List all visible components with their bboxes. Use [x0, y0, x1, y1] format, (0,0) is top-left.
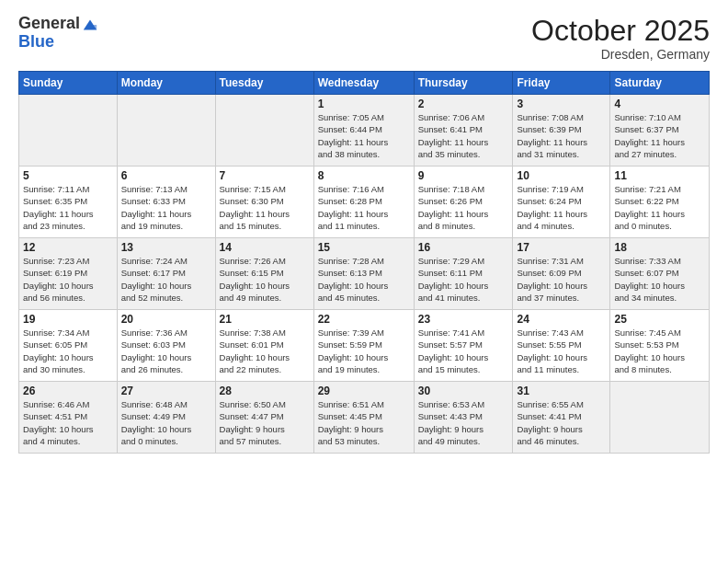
calendar-table: Sunday Monday Tuesday Wednesday Thursday… — [18, 71, 710, 454]
table-row: 19Sunrise: 7:34 AM Sunset: 6:05 PM Dayli… — [19, 310, 118, 382]
day-info: Sunrise: 7:10 AM Sunset: 6:37 PM Dayligh… — [614, 111, 705, 160]
day-info: Sunrise: 7:11 AM Sunset: 6:35 PM Dayligh… — [23, 183, 113, 232]
day-info: Sunrise: 7:29 AM Sunset: 6:11 PM Dayligh… — [418, 255, 509, 304]
day-info: Sunrise: 7:41 AM Sunset: 5:57 PM Dayligh… — [418, 327, 509, 375]
day-number: 31 — [517, 385, 606, 397]
day-number: 26 — [23, 385, 113, 397]
day-number: 12 — [23, 241, 113, 254]
day-info: Sunrise: 7:31 AM Sunset: 6:09 PM Dayligh… — [517, 255, 606, 304]
title-area: October 2025 Dresden, Germany — [531, 15, 710, 62]
logo-text: General Blue — [18, 15, 98, 52]
col-wednesday: Wednesday — [313, 72, 414, 95]
day-number: 13 — [121, 241, 211, 254]
table-row — [19, 95, 118, 167]
day-info: Sunrise: 7:39 AM Sunset: 5:59 PM Dayligh… — [318, 327, 410, 375]
day-number: 18 — [614, 241, 705, 254]
day-info: Sunrise: 7:15 AM Sunset: 6:30 PM Dayligh… — [220, 183, 310, 232]
table-row: 2Sunrise: 7:06 AM Sunset: 6:41 PM Daylig… — [414, 95, 513, 167]
table-row: 1Sunrise: 7:05 AM Sunset: 6:44 PM Daylig… — [313, 95, 414, 167]
day-info: Sunrise: 7:33 AM Sunset: 6:07 PM Dayligh… — [614, 255, 705, 304]
table-row — [215, 95, 313, 167]
day-number: 6 — [121, 169, 211, 182]
table-row: 3Sunrise: 7:08 AM Sunset: 6:39 PM Daylig… — [513, 95, 610, 167]
day-info: Sunrise: 7:06 AM Sunset: 6:41 PM Dayligh… — [418, 111, 509, 160]
table-row: 18Sunrise: 7:33 AM Sunset: 6:07 PM Dayli… — [610, 238, 710, 310]
col-thursday: Thursday — [414, 72, 513, 95]
day-info: Sunrise: 7:38 AM Sunset: 6:01 PM Dayligh… — [220, 327, 310, 375]
day-number: 17 — [517, 241, 606, 254]
day-number: 14 — [220, 241, 310, 254]
calendar-week-row: 12Sunrise: 7:23 AM Sunset: 6:19 PM Dayli… — [19, 238, 710, 310]
table-row: 9Sunrise: 7:18 AM Sunset: 6:26 PM Daylig… — [414, 167, 513, 238]
day-number: 2 — [418, 98, 509, 110]
logo: General Blue — [18, 15, 98, 52]
day-info: Sunrise: 7:24 AM Sunset: 6:17 PM Dayligh… — [121, 255, 211, 304]
day-info: Sunrise: 6:55 AM Sunset: 4:41 PM Dayligh… — [517, 398, 606, 447]
day-info: Sunrise: 6:48 AM Sunset: 4:49 PM Dayligh… — [121, 398, 211, 447]
day-number: 1 — [318, 98, 410, 110]
table-row: 6Sunrise: 7:13 AM Sunset: 6:33 PM Daylig… — [117, 167, 215, 238]
day-number: 23 — [418, 313, 509, 326]
day-number: 24 — [517, 313, 606, 326]
col-friday: Friday — [513, 72, 610, 95]
table-row: 7Sunrise: 7:15 AM Sunset: 6:30 PM Daylig… — [215, 167, 313, 238]
col-saturday: Saturday — [610, 72, 710, 95]
table-row: 16Sunrise: 7:29 AM Sunset: 6:11 PM Dayli… — [414, 238, 513, 310]
day-number: 5 — [23, 169, 113, 182]
day-number: 19 — [23, 313, 113, 326]
day-info: Sunrise: 7:05 AM Sunset: 6:44 PM Dayligh… — [318, 111, 410, 160]
header: General Blue October 2025 Dresden, Germa… — [18, 15, 710, 62]
day-info: Sunrise: 6:53 AM Sunset: 4:43 PM Dayligh… — [418, 398, 509, 447]
col-monday: Monday — [117, 72, 215, 95]
table-row: 17Sunrise: 7:31 AM Sunset: 6:09 PM Dayli… — [513, 238, 610, 310]
col-tuesday: Tuesday — [215, 72, 313, 95]
day-number: 27 — [121, 385, 211, 397]
day-number: 29 — [318, 385, 410, 397]
table-row: 30Sunrise: 6:53 AM Sunset: 4:43 PM Dayli… — [414, 382, 513, 454]
table-row: 29Sunrise: 6:51 AM Sunset: 4:45 PM Dayli… — [313, 382, 414, 454]
month-title: October 2025 — [531, 15, 710, 47]
table-row: 28Sunrise: 6:50 AM Sunset: 4:47 PM Dayli… — [215, 382, 313, 454]
calendar-week-row: 19Sunrise: 7:34 AM Sunset: 6:05 PM Dayli… — [19, 310, 710, 382]
table-row: 25Sunrise: 7:45 AM Sunset: 5:53 PM Dayli… — [610, 310, 710, 382]
calendar-header-row: Sunday Monday Tuesday Wednesday Thursday… — [19, 72, 710, 95]
table-row: 8Sunrise: 7:16 AM Sunset: 6:28 PM Daylig… — [313, 167, 414, 238]
day-number: 28 — [220, 385, 310, 397]
table-row: 4Sunrise: 7:10 AM Sunset: 6:37 PM Daylig… — [610, 95, 710, 167]
day-info: Sunrise: 7:23 AM Sunset: 6:19 PM Dayligh… — [23, 255, 113, 304]
day-number: 15 — [318, 241, 410, 254]
day-info: Sunrise: 7:45 AM Sunset: 5:53 PM Dayligh… — [614, 327, 705, 375]
table-row: 21Sunrise: 7:38 AM Sunset: 6:01 PM Dayli… — [215, 310, 313, 382]
day-info: Sunrise: 6:51 AM Sunset: 4:45 PM Dayligh… — [318, 398, 410, 447]
page: General Blue October 2025 Dresden, Germa… — [0, 0, 728, 563]
calendar-week-row: 26Sunrise: 6:46 AM Sunset: 4:51 PM Dayli… — [19, 382, 710, 454]
table-row: 26Sunrise: 6:46 AM Sunset: 4:51 PM Dayli… — [19, 382, 118, 454]
logo-icon — [82, 17, 98, 33]
table-row: 13Sunrise: 7:24 AM Sunset: 6:17 PM Dayli… — [117, 238, 215, 310]
table-row — [610, 382, 710, 454]
day-info: Sunrise: 7:26 AM Sunset: 6:15 PM Dayligh… — [220, 255, 310, 304]
table-row: 20Sunrise: 7:36 AM Sunset: 6:03 PM Dayli… — [117, 310, 215, 382]
day-info: Sunrise: 7:28 AM Sunset: 6:13 PM Dayligh… — [318, 255, 410, 304]
day-number: 25 — [614, 313, 705, 326]
day-info: Sunrise: 7:16 AM Sunset: 6:28 PM Dayligh… — [318, 183, 410, 232]
location: Dresden, Germany — [531, 47, 710, 62]
day-info: Sunrise: 7:36 AM Sunset: 6:03 PM Dayligh… — [121, 327, 211, 375]
day-info: Sunrise: 6:50 AM Sunset: 4:47 PM Dayligh… — [220, 398, 310, 447]
table-row: 11Sunrise: 7:21 AM Sunset: 6:22 PM Dayli… — [610, 167, 710, 238]
day-info: Sunrise: 7:43 AM Sunset: 5:55 PM Dayligh… — [517, 327, 606, 375]
day-number: 30 — [418, 385, 509, 397]
day-number: 22 — [318, 313, 410, 326]
day-number: 4 — [614, 98, 705, 110]
table-row: 12Sunrise: 7:23 AM Sunset: 6:19 PM Dayli… — [19, 238, 118, 310]
table-row: 15Sunrise: 7:28 AM Sunset: 6:13 PM Dayli… — [313, 238, 414, 310]
table-row: 23Sunrise: 7:41 AM Sunset: 5:57 PM Dayli… — [414, 310, 513, 382]
day-number: 3 — [517, 98, 606, 110]
day-info: Sunrise: 7:19 AM Sunset: 6:24 PM Dayligh… — [517, 183, 606, 232]
day-number: 20 — [121, 313, 211, 326]
day-number: 11 — [614, 169, 705, 182]
day-info: Sunrise: 7:21 AM Sunset: 6:22 PM Dayligh… — [614, 183, 705, 232]
logo-blue: Blue — [18, 33, 98, 52]
day-info: Sunrise: 7:08 AM Sunset: 6:39 PM Dayligh… — [517, 111, 606, 160]
calendar-week-row: 5Sunrise: 7:11 AM Sunset: 6:35 PM Daylig… — [19, 167, 710, 238]
